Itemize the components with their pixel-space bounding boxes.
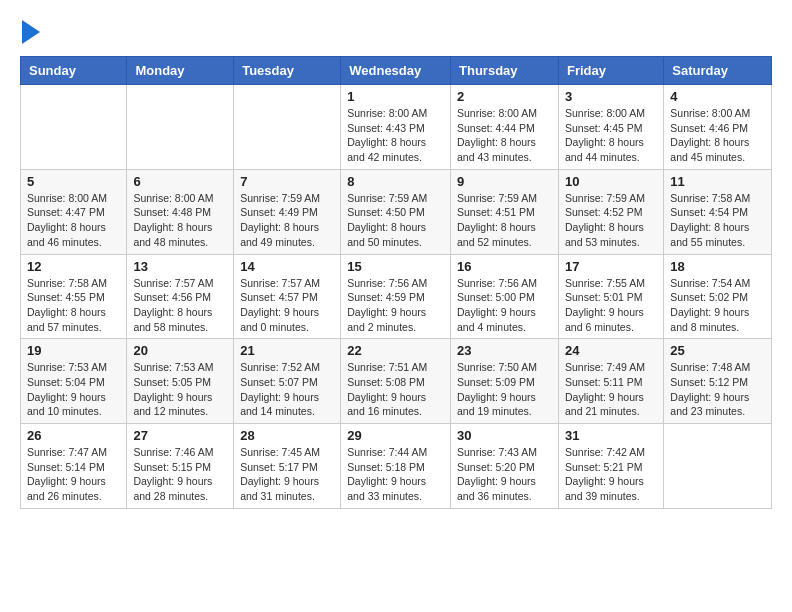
calendar-cell: 11Sunrise: 7:58 AM Sunset: 4:54 PM Dayli…	[664, 169, 772, 254]
day-info: Sunrise: 8:00 AM Sunset: 4:46 PM Dayligh…	[670, 106, 765, 165]
day-info: Sunrise: 8:00 AM Sunset: 4:44 PM Dayligh…	[457, 106, 552, 165]
day-number: 9	[457, 174, 552, 189]
day-number: 21	[240, 343, 334, 358]
calendar-cell: 26Sunrise: 7:47 AM Sunset: 5:14 PM Dayli…	[21, 424, 127, 509]
day-number: 25	[670, 343, 765, 358]
day-number: 7	[240, 174, 334, 189]
calendar-table: SundayMondayTuesdayWednesdayThursdayFrid…	[20, 56, 772, 509]
calendar-week-row: 12Sunrise: 7:58 AM Sunset: 4:55 PM Dayli…	[21, 254, 772, 339]
calendar-cell: 24Sunrise: 7:49 AM Sunset: 5:11 PM Dayli…	[558, 339, 663, 424]
day-info: Sunrise: 7:50 AM Sunset: 5:09 PM Dayligh…	[457, 360, 552, 419]
calendar-week-row: 1Sunrise: 8:00 AM Sunset: 4:43 PM Daylig…	[21, 85, 772, 170]
calendar-cell: 31Sunrise: 7:42 AM Sunset: 5:21 PM Dayli…	[558, 424, 663, 509]
calendar-week-row: 5Sunrise: 8:00 AM Sunset: 4:47 PM Daylig…	[21, 169, 772, 254]
day-info: Sunrise: 7:46 AM Sunset: 5:15 PM Dayligh…	[133, 445, 227, 504]
calendar-cell: 15Sunrise: 7:56 AM Sunset: 4:59 PM Dayli…	[341, 254, 451, 339]
day-info: Sunrise: 7:48 AM Sunset: 5:12 PM Dayligh…	[670, 360, 765, 419]
weekday-header-sunday: Sunday	[21, 57, 127, 85]
day-info: Sunrise: 7:44 AM Sunset: 5:18 PM Dayligh…	[347, 445, 444, 504]
day-info: Sunrise: 7:45 AM Sunset: 5:17 PM Dayligh…	[240, 445, 334, 504]
day-number: 5	[27, 174, 120, 189]
day-number: 6	[133, 174, 227, 189]
day-number: 28	[240, 428, 334, 443]
day-info: Sunrise: 7:53 AM Sunset: 5:05 PM Dayligh…	[133, 360, 227, 419]
calendar-week-row: 19Sunrise: 7:53 AM Sunset: 5:04 PM Dayli…	[21, 339, 772, 424]
day-number: 13	[133, 259, 227, 274]
day-number: 24	[565, 343, 657, 358]
calendar-cell: 10Sunrise: 7:59 AM Sunset: 4:52 PM Dayli…	[558, 169, 663, 254]
day-number: 18	[670, 259, 765, 274]
day-info: Sunrise: 7:54 AM Sunset: 5:02 PM Dayligh…	[670, 276, 765, 335]
calendar-cell: 13Sunrise: 7:57 AM Sunset: 4:56 PM Dayli…	[127, 254, 234, 339]
calendar-cell: 7Sunrise: 7:59 AM Sunset: 4:49 PM Daylig…	[234, 169, 341, 254]
calendar-cell: 19Sunrise: 7:53 AM Sunset: 5:04 PM Dayli…	[21, 339, 127, 424]
calendar-cell	[664, 424, 772, 509]
weekday-header-saturday: Saturday	[664, 57, 772, 85]
day-info: Sunrise: 8:00 AM Sunset: 4:48 PM Dayligh…	[133, 191, 227, 250]
day-number: 30	[457, 428, 552, 443]
day-number: 11	[670, 174, 765, 189]
logo	[20, 16, 40, 44]
day-number: 19	[27, 343, 120, 358]
calendar-cell	[127, 85, 234, 170]
weekday-header-wednesday: Wednesday	[341, 57, 451, 85]
calendar-cell: 4Sunrise: 8:00 AM Sunset: 4:46 PM Daylig…	[664, 85, 772, 170]
day-info: Sunrise: 7:43 AM Sunset: 5:20 PM Dayligh…	[457, 445, 552, 504]
calendar-cell: 6Sunrise: 8:00 AM Sunset: 4:48 PM Daylig…	[127, 169, 234, 254]
calendar-cell: 17Sunrise: 7:55 AM Sunset: 5:01 PM Dayli…	[558, 254, 663, 339]
day-number: 4	[670, 89, 765, 104]
day-info: Sunrise: 7:42 AM Sunset: 5:21 PM Dayligh…	[565, 445, 657, 504]
day-info: Sunrise: 7:49 AM Sunset: 5:11 PM Dayligh…	[565, 360, 657, 419]
weekday-header-friday: Friday	[558, 57, 663, 85]
day-info: Sunrise: 7:55 AM Sunset: 5:01 PM Dayligh…	[565, 276, 657, 335]
day-number: 10	[565, 174, 657, 189]
day-info: Sunrise: 7:58 AM Sunset: 4:54 PM Dayligh…	[670, 191, 765, 250]
calendar-cell	[234, 85, 341, 170]
calendar-cell: 25Sunrise: 7:48 AM Sunset: 5:12 PM Dayli…	[664, 339, 772, 424]
calendar-cell: 29Sunrise: 7:44 AM Sunset: 5:18 PM Dayli…	[341, 424, 451, 509]
day-number: 26	[27, 428, 120, 443]
calendar-cell: 16Sunrise: 7:56 AM Sunset: 5:00 PM Dayli…	[451, 254, 559, 339]
day-info: Sunrise: 7:59 AM Sunset: 4:52 PM Dayligh…	[565, 191, 657, 250]
day-info: Sunrise: 8:00 AM Sunset: 4:43 PM Dayligh…	[347, 106, 444, 165]
day-info: Sunrise: 8:00 AM Sunset: 4:47 PM Dayligh…	[27, 191, 120, 250]
calendar-cell: 9Sunrise: 7:59 AM Sunset: 4:51 PM Daylig…	[451, 169, 559, 254]
day-number: 29	[347, 428, 444, 443]
day-number: 22	[347, 343, 444, 358]
day-info: Sunrise: 7:56 AM Sunset: 4:59 PM Dayligh…	[347, 276, 444, 335]
calendar-cell	[21, 85, 127, 170]
day-info: Sunrise: 7:57 AM Sunset: 4:56 PM Dayligh…	[133, 276, 227, 335]
calendar-cell: 28Sunrise: 7:45 AM Sunset: 5:17 PM Dayli…	[234, 424, 341, 509]
day-number: 31	[565, 428, 657, 443]
calendar-cell: 3Sunrise: 8:00 AM Sunset: 4:45 PM Daylig…	[558, 85, 663, 170]
day-number: 17	[565, 259, 657, 274]
calendar-cell: 23Sunrise: 7:50 AM Sunset: 5:09 PM Dayli…	[451, 339, 559, 424]
weekday-header-row: SundayMondayTuesdayWednesdayThursdayFrid…	[21, 57, 772, 85]
calendar-cell: 18Sunrise: 7:54 AM Sunset: 5:02 PM Dayli…	[664, 254, 772, 339]
day-info: Sunrise: 7:58 AM Sunset: 4:55 PM Dayligh…	[27, 276, 120, 335]
day-number: 16	[457, 259, 552, 274]
calendar-cell: 12Sunrise: 7:58 AM Sunset: 4:55 PM Dayli…	[21, 254, 127, 339]
calendar-cell: 22Sunrise: 7:51 AM Sunset: 5:08 PM Dayli…	[341, 339, 451, 424]
calendar-cell: 5Sunrise: 8:00 AM Sunset: 4:47 PM Daylig…	[21, 169, 127, 254]
day-info: Sunrise: 7:51 AM Sunset: 5:08 PM Dayligh…	[347, 360, 444, 419]
day-number: 14	[240, 259, 334, 274]
day-info: Sunrise: 7:59 AM Sunset: 4:49 PM Dayligh…	[240, 191, 334, 250]
header	[20, 16, 772, 44]
page: SundayMondayTuesdayWednesdayThursdayFrid…	[0, 0, 792, 529]
calendar-cell: 2Sunrise: 8:00 AM Sunset: 4:44 PM Daylig…	[451, 85, 559, 170]
day-number: 2	[457, 89, 552, 104]
weekday-header-tuesday: Tuesday	[234, 57, 341, 85]
day-number: 15	[347, 259, 444, 274]
day-info: Sunrise: 7:47 AM Sunset: 5:14 PM Dayligh…	[27, 445, 120, 504]
weekday-header-monday: Monday	[127, 57, 234, 85]
logo-arrow-icon	[22, 20, 40, 44]
day-info: Sunrise: 7:57 AM Sunset: 4:57 PM Dayligh…	[240, 276, 334, 335]
calendar-cell: 20Sunrise: 7:53 AM Sunset: 5:05 PM Dayli…	[127, 339, 234, 424]
day-number: 20	[133, 343, 227, 358]
day-number: 27	[133, 428, 227, 443]
day-number: 3	[565, 89, 657, 104]
day-number: 12	[27, 259, 120, 274]
day-number: 8	[347, 174, 444, 189]
day-number: 23	[457, 343, 552, 358]
